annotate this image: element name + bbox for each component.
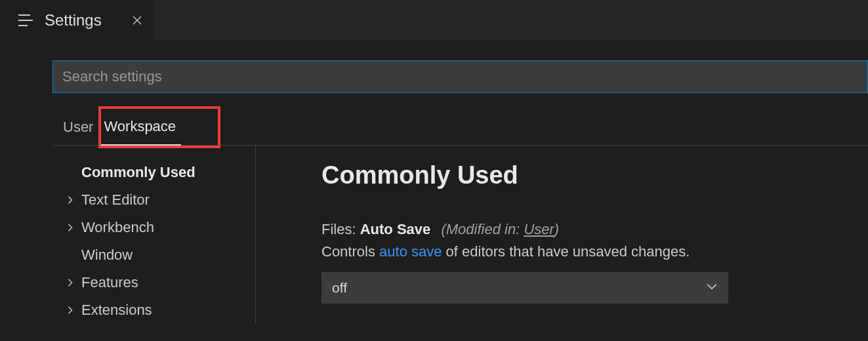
setting-label: Files: Auto Save (Modified in: User) <box>321 221 868 238</box>
toc-item-commonly-used[interactable]: Commonly Used <box>66 159 255 186</box>
setting-modified-indicator: (Modified in: User) <box>441 221 559 237</box>
toc-item-features[interactable]: Features <box>66 269 255 296</box>
toc-item-label: Text Editor <box>81 191 150 209</box>
setting-desc-link[interactable]: auto save <box>379 243 442 260</box>
tab-workspace[interactable]: Workspace <box>98 111 181 146</box>
setting-desc-before: Controls <box>321 243 379 260</box>
tab-user[interactable]: User <box>58 112 98 145</box>
toc-item-workbench[interactable]: Workbench <box>66 214 255 241</box>
section-heading: Commonly Used <box>321 161 868 190</box>
toc-item-window[interactable]: Window <box>66 241 255 269</box>
chevron-down-icon <box>706 281 718 295</box>
setting-name: Auto Save <box>360 221 431 237</box>
setting-description: Controls auto save of editors that have … <box>321 243 868 260</box>
chevron-right-icon <box>66 278 81 287</box>
select-value: off <box>332 280 347 296</box>
setting-modified-link[interactable]: User <box>524 221 554 237</box>
setting-desc-after: of editors that have unsaved changes. <box>442 243 690 260</box>
setting-modified-prefix: (Modified in: <box>441 221 520 237</box>
chevron-right-icon <box>66 195 81 205</box>
settings-split: Commonly Used Text Editor Workbench Wind… <box>52 146 868 324</box>
autosave-select[interactable]: off <box>321 272 728 304</box>
chevron-right-icon <box>66 306 81 315</box>
menu-icon[interactable] <box>18 14 33 26</box>
setting-modified-suffix: ) <box>554 221 559 237</box>
search-wrapper <box>52 60 868 93</box>
toc-item-label: Workbench <box>81 219 154 236</box>
tab-spacer <box>153 0 868 41</box>
settings-body: Commonly Used Files: Auto Save (Modified… <box>256 146 868 324</box>
chevron-right-icon <box>66 223 81 232</box>
toc-item-label: Extensions <box>81 302 152 319</box>
titlebar: Settings <box>0 0 868 41</box>
settings-toc: Commonly Used Text Editor Workbench Wind… <box>52 146 256 324</box>
close-icon[interactable] <box>128 11 146 30</box>
search-input[interactable] <box>52 60 868 93</box>
toc-item-label: Window <box>81 247 133 264</box>
toc-item-label: Commonly Used <box>81 164 196 181</box>
tab-title: Settings <box>45 11 102 30</box>
settings-content: User Workspace Commonly Used Text Editor <box>0 41 868 324</box>
scope-tabs: User Workspace <box>52 111 868 146</box>
toc-item-text-editor[interactable]: Text Editor <box>66 186 255 214</box>
toc-item-extensions[interactable]: Extensions <box>66 296 255 324</box>
setting-category: Files: <box>321 221 356 237</box>
toc-item-label: Features <box>81 274 138 291</box>
